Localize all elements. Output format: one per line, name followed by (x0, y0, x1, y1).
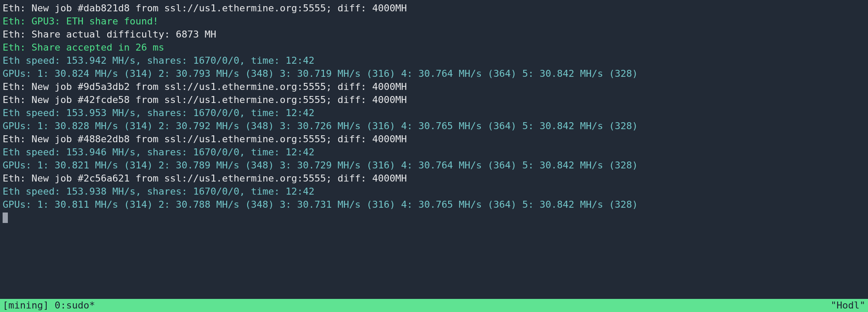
terminal-line: Eth speed: 153.946 MH/s, shares: 1670/0/… (3, 146, 865, 159)
terminal-output[interactable]: Eth: New job #dab821d8 from ssl://us1.et… (0, 0, 868, 224)
terminal-line: GPUs: 1: 30.828 MH/s (314) 2: 30.792 MH/… (3, 120, 865, 133)
terminal-line: Eth speed: 153.938 MH/s, shares: 1670/0/… (3, 185, 865, 198)
tmux-status-bar: [mining] 0:sudo* "Hodl" (0, 299, 868, 312)
terminal-line: Eth: GPU3: ETH share found! (3, 15, 865, 28)
terminal-line: Eth speed: 153.953 MH/s, shares: 1670/0/… (3, 106, 865, 120)
terminal-line: GPUs: 1: 30.824 MH/s (314) 2: 30.793 MH/… (3, 67, 865, 80)
terminal-cursor-line (3, 211, 865, 224)
terminal-line: GPUs: 1: 30.821 MH/s (314) 2: 30.789 MH/… (3, 159, 865, 172)
terminal-line: GPUs: 1: 30.811 MH/s (314) 2: 30.788 MH/… (3, 198, 865, 211)
terminal-line: Eth: Share accepted in 26 ms (3, 41, 865, 54)
terminal-line: Eth: Share actual difficulty: 6873 MH (3, 28, 865, 41)
terminal-line: Eth: New job #488e2db8 from ssl://us1.et… (3, 133, 865, 146)
terminal-line: Eth: New job #dab821d8 from ssl://us1.et… (3, 2, 865, 15)
tmux-session-window: [mining] 0:sudo* (3, 299, 95, 312)
terminal-line: Eth: New job #2c56a621 from ssl://us1.et… (3, 172, 865, 185)
terminal-line: Eth: New job #9d5a3db2 from ssl://us1.et… (3, 80, 865, 93)
terminal-line: Eth speed: 153.942 MH/s, shares: 1670/0/… (3, 54, 865, 67)
terminal-line: Eth: New job #42fcde58 from ssl://us1.et… (3, 93, 865, 106)
tmux-hostname: "Hodl" (831, 299, 865, 312)
cursor-icon (3, 213, 8, 223)
